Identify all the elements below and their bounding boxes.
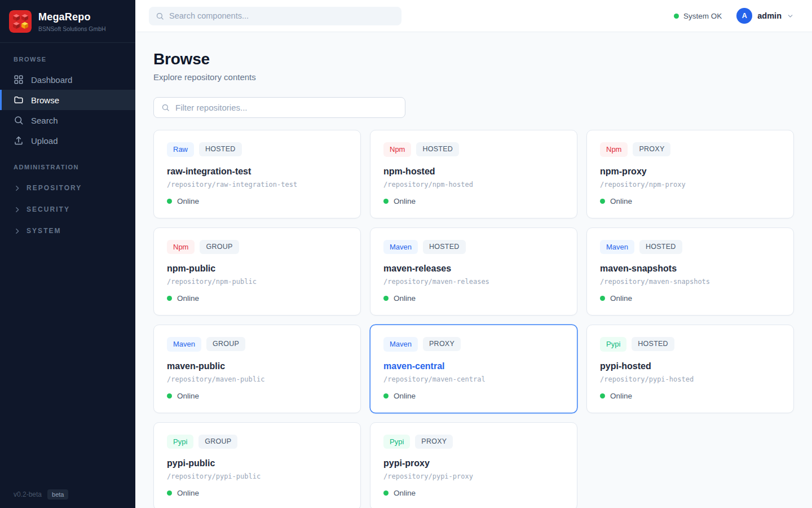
repo-name: npm-proxy — [600, 167, 780, 177]
online-label: Online — [394, 197, 416, 205]
sidebar-item-search[interactable]: Search — [0, 110, 135, 130]
online-label: Online — [394, 489, 416, 497]
repo-path: /repository/npm-proxy — [600, 181, 780, 189]
repo-path: /repository/pypi-public — [167, 472, 347, 480]
nav-section-administration: ADMINISTRATION — [0, 151, 135, 177]
online-dot-icon — [600, 296, 605, 301]
app-company: BSNSoft Solutions GmbH — [38, 25, 106, 32]
online-label: Online — [177, 294, 199, 303]
repo-card[interactable]: Pypi GROUP pypi-public /repository/pypi-… — [153, 422, 361, 508]
format-badge: Maven — [600, 240, 634, 255]
search-icon — [161, 103, 170, 112]
repo-status: Online — [600, 392, 780, 400]
repo-card[interactable]: Maven HOSTED maven-snapshots /repository… — [586, 227, 794, 316]
sidebar-item-label: Search — [31, 116, 58, 125]
sidebar-item-browse[interactable]: Browse — [0, 90, 135, 110]
chevron-right-icon — [14, 206, 21, 213]
type-badge: HOSTED — [423, 240, 466, 254]
repo-path: /repository/maven-releases — [383, 278, 564, 286]
online-dot-icon — [383, 393, 389, 398]
repo-name: pypi-proxy — [383, 458, 564, 468]
search-icon — [156, 12, 164, 20]
repo-path: /repository/raw-integration-test — [167, 181, 347, 189]
repo-card[interactable]: Maven PROXY maven-central /repository/ma… — [370, 325, 577, 413]
repo-name: npm-public — [167, 264, 347, 274]
repo-status: Online — [383, 392, 564, 400]
version-badge: beta — [47, 489, 68, 500]
upload-icon — [14, 135, 24, 146]
repo-card[interactable]: Raw HOSTED raw-integration-test /reposit… — [153, 130, 361, 218]
repo-status: Online — [600, 294, 780, 303]
repo-path: /repository/npm-hosted — [383, 181, 564, 189]
sidebar-item-repository[interactable]: REPOSITORY — [0, 177, 135, 199]
repo-path: /repository/pypi-proxy — [383, 472, 564, 480]
online-dot-icon — [167, 491, 172, 496]
chevron-down-icon — [787, 12, 794, 20]
app-header: MegaRepo BSNSoft Solutions GmbH — [0, 0, 135, 43]
repo-name: npm-hosted — [383, 167, 564, 177]
repo-name: maven-releases — [383, 264, 564, 274]
avatar: A — [736, 8, 752, 24]
chevron-right-icon — [14, 227, 21, 235]
repo-status: Online — [167, 489, 347, 497]
online-label: Online — [394, 294, 416, 303]
online-dot-icon — [167, 296, 172, 301]
format-badge: Npm — [600, 142, 628, 157]
online-label: Online — [177, 197, 199, 205]
repo-path: /repository/maven-snapshots — [600, 278, 780, 286]
repo-card[interactable]: Npm PROXY npm-proxy /repository/npm-prox… — [586, 130, 794, 218]
repo-status: Online — [383, 294, 564, 303]
repo-name: maven-public — [167, 361, 347, 371]
repo-card[interactable]: Npm HOSTED npm-hosted /repository/npm-ho… — [370, 130, 577, 218]
search-icon — [14, 115, 24, 125]
user-menu[interactable]: A admin — [736, 8, 794, 24]
global-search — [149, 7, 401, 25]
repo-card[interactable]: Maven HOSTED maven-releases /repository/… — [370, 227, 577, 316]
repo-card[interactable]: Npm GROUP npm-public /repository/npm-pub… — [153, 227, 361, 316]
sidebar-item-system[interactable]: SYSTEM — [0, 220, 135, 242]
format-badge: Npm — [383, 142, 411, 157]
repo-card[interactable]: Maven GROUP maven-public /repository/mav… — [153, 325, 361, 413]
repo-status: Online — [167, 294, 347, 303]
type-badge: PROXY — [633, 142, 670, 156]
chevron-right-icon — [14, 185, 21, 192]
online-dot-icon — [383, 491, 389, 496]
format-badge: Pypi — [600, 337, 626, 352]
app-logo-icon — [9, 10, 32, 33]
sidebar-item-dashboard[interactable]: Dashboard — [0, 69, 135, 90]
repo-path: /repository/pypi-hosted — [600, 375, 780, 383]
format-badge: Raw — [167, 142, 194, 157]
type-badge: GROUP — [206, 337, 245, 351]
type-badge: PROXY — [415, 435, 453, 449]
repo-status: Online — [167, 197, 347, 205]
repository-grid: Raw HOSTED raw-integration-test /reposit… — [153, 130, 794, 508]
app-name: MegaRepo — [38, 11, 106, 23]
sidebar-item-upload[interactable]: Upload — [0, 130, 135, 151]
online-dot-icon — [167, 199, 172, 204]
global-search-input[interactable] — [169, 11, 395, 20]
sidebar: MegaRepo BSNSoft Solutions GmbH BROWSE D… — [0, 0, 135, 508]
repo-name: pypi-public — [167, 458, 347, 468]
type-badge: PROXY — [423, 337, 461, 351]
repo-filter — [153, 97, 405, 118]
sidebar-item-label: SECURITY — [27, 205, 70, 213]
online-label: Online — [177, 489, 199, 497]
page-subtitle: Explore repository contents — [153, 72, 794, 82]
type-badge: GROUP — [200, 240, 239, 254]
repo-card[interactable]: Pypi PROXY pypi-proxy /repository/pypi-p… — [370, 422, 577, 508]
grid-icon — [14, 75, 24, 85]
sidebar-item-label: SYSTEM — [27, 227, 61, 235]
repo-status: Online — [383, 197, 564, 205]
status-dot-icon — [674, 14, 679, 19]
sidebar-item-label: Browse — [31, 95, 59, 105]
repo-name: pypi-hosted — [600, 361, 780, 371]
repo-card[interactable]: Pypi HOSTED pypi-hosted /repository/pypi… — [586, 325, 794, 413]
type-badge: GROUP — [198, 435, 237, 449]
sidebar-item-security[interactable]: SECURITY — [0, 199, 135, 220]
system-status: System OK — [674, 12, 722, 20]
repo-status: Online — [167, 392, 347, 400]
online-label: Online — [610, 197, 632, 205]
online-dot-icon — [167, 393, 172, 398]
repo-filter-input[interactable] — [175, 103, 398, 112]
type-badge: HOSTED — [416, 142, 459, 156]
